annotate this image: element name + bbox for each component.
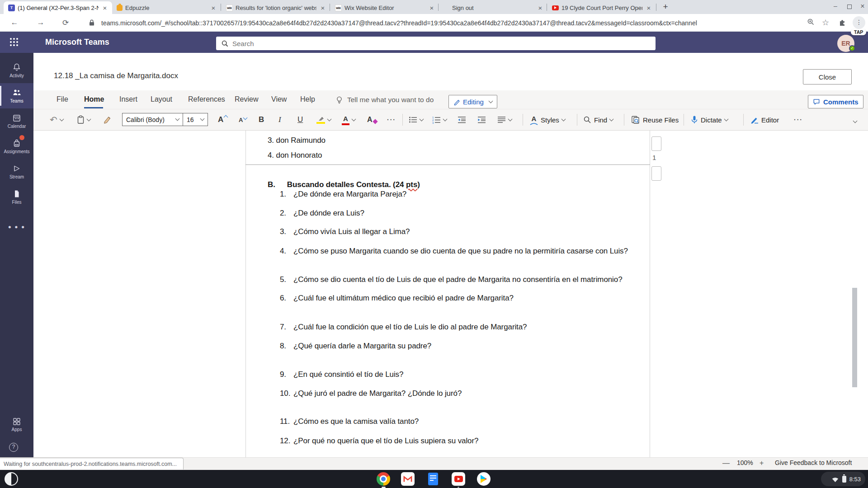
teams-search-box[interactable] [216,37,656,50]
tab-close-icon[interactable]: × [645,4,652,12]
find-button[interactable]: Find [583,109,613,130]
dictate-button[interactable]: Dictate [691,109,728,130]
play-store-app-icon[interactable] [476,472,491,486]
sidebar-item-files[interactable]: Files [0,184,33,210]
reuse-files-button[interactable]: Reuse Files [631,109,679,130]
new-tab-button[interactable]: + [660,2,671,12]
docs-app-icon[interactable] [426,472,440,486]
font-size-select[interactable]: 16 [183,113,208,126]
forward-icon[interactable]: → [35,18,46,27]
question-row: 1.¿De dónde era Margarita Pareja? [280,190,406,199]
tab-close-icon[interactable]: × [428,4,435,12]
font-color-button[interactable]: A [342,109,355,130]
sidebar-item-assignments[interactable]: Assignments [0,134,33,159]
search-input[interactable] [232,40,630,47]
bullets-button[interactable] [409,109,423,130]
file-icon [12,189,21,198]
ribbon-tab-insert[interactable]: Insert [119,95,137,103]
window-close-button[interactable]: × [858,2,867,10]
tab-divider [547,4,547,11]
help-icon[interactable]: ? [9,443,18,452]
sidebar-item-label: Assignments [4,149,29,154]
sidebar-item-calendar[interactable]: Calendar [0,108,33,134]
tab-title: Wix Website Editor [344,5,425,11]
system-tray[interactable]: 8:53 [821,472,865,486]
zoom-level[interactable]: 100% [737,459,753,466]
tab-signout[interactable]: Sign out × [439,1,547,14]
toolbar-separator [743,114,744,126]
browser-menu-icon[interactable]: ⋮ [853,16,865,29]
ribbon-tab-help[interactable]: Help [300,95,315,103]
shrink-font-button[interactable]: A [239,109,247,130]
tab-edpuzzle[interactable]: Edpuzzle × [112,1,221,14]
zoom-page-icon[interactable] [807,18,815,26]
tab-close-icon[interactable]: × [210,4,217,12]
tab-wix-results[interactable]: wix Results for 'lotion organic' webs × [222,1,330,14]
vertical-scrollbar[interactable] [852,288,857,387]
toolbar-separator [684,114,684,126]
waffle-menu-icon[interactable] [10,38,18,46]
ribbon-tab-layout[interactable]: Layout [151,95,172,103]
italic-button[interactable]: I [278,109,281,130]
sidebar-item-activity[interactable]: Activity [0,58,33,83]
youtube-active-indicator [458,487,459,488]
font-name-select[interactable]: Calibri (Body) [123,113,183,126]
outdent-icon [458,116,466,124]
format-painter-button[interactable] [103,109,112,130]
window-minimize-button[interactable]: – [831,2,840,9]
sidebar-item-apps[interactable]: Apps [0,414,33,436]
extensions-puzzle-icon[interactable] [839,19,846,26]
tab-teams[interactable]: T (1) General (X2-Per.3-Span 2-Na × [4,1,112,14]
ribbon-tab-references[interactable]: References [188,95,225,103]
ribbon-tab-file[interactable]: File [57,95,68,103]
zoom-in-button[interactable]: + [760,459,764,467]
indent-icon [477,116,486,124]
close-doc-button[interactable]: Close [803,69,852,84]
comments-button[interactable]: Comments [808,95,863,108]
paste-button[interactable] [77,109,90,130]
feedback-link[interactable]: Give Feedback to Microsoft [775,459,852,466]
undo-button[interactable]: ↶ [50,109,63,130]
sidebar-item-teams[interactable]: Teams [0,83,33,108]
ribbon-tab-review[interactable]: Review [235,95,258,103]
increase-indent-button[interactable] [477,109,486,130]
editing-mode-button[interactable]: Editing [448,95,497,108]
editor-button[interactable]: Editor [750,109,779,130]
launcher-icon[interactable] [5,472,18,486]
chrome-app-icon[interactable] [376,472,391,486]
window-restore-button[interactable] [847,5,852,9]
numbering-button[interactable]: 123 [432,109,447,130]
gmail-app-icon[interactable] [401,472,415,486]
styles-button[interactable]: A Styles [530,109,565,130]
decrease-indent-button[interactable] [458,109,466,130]
underline-button[interactable]: U [297,109,303,130]
alignment-button[interactable] [497,109,512,130]
edpuzzle-favicon [117,5,123,11]
clear-formatting-button[interactable]: A [367,109,377,130]
margin-comment-box[interactable] [651,166,661,181]
bookmark-star-icon[interactable]: ☆ [822,18,829,28]
tell-me-box[interactable]: Tell me what you want to do [347,96,434,104]
url-bar[interactable]: teams.microsoft.com/_#/school/tab::37170… [101,19,797,27]
sidebar-item-stream[interactable]: Stream [0,159,33,184]
sidebar-more-icon[interactable]: ● ● ● [0,224,33,230]
reload-icon[interactable]: ⟳ [60,18,71,28]
back-icon[interactable]: ← [9,18,20,27]
more-font-options-icon[interactable]: ··· [387,109,396,130]
ribbon-tab-view[interactable]: View [271,95,287,103]
tab-youtube[interactable]: 19 Clyde Court Port Perry Open × [547,1,656,14]
ribbon-tab-home[interactable]: Home [84,95,104,103]
grow-font-button[interactable]: A [218,109,227,130]
tab-close-icon[interactable]: × [319,4,326,12]
tab-close-icon[interactable]: × [537,4,544,12]
highlight-button[interactable] [316,109,331,130]
zoom-out-button[interactable]: — [722,459,730,467]
bold-button[interactable]: B [259,109,264,130]
lock-icon[interactable] [89,19,95,26]
tab-close-icon[interactable]: × [101,4,108,12]
sidebar-item-label: Stream [9,174,24,179]
more-commands-icon[interactable]: ··· [794,109,803,130]
margin-comment-box[interactable] [651,136,661,151]
youtube-app-icon[interactable] [451,472,466,486]
tab-wix-editor[interactable]: wix Wix Website Editor × [330,1,439,14]
